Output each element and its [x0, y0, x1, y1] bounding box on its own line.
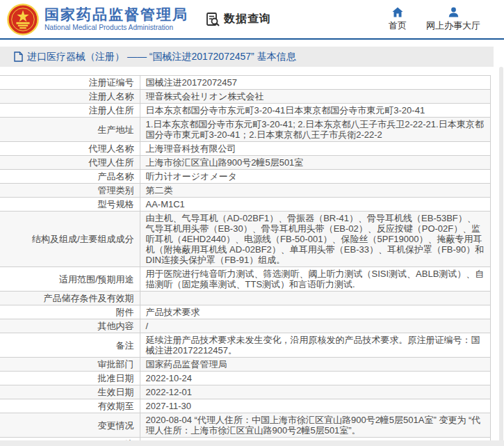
row-value: 第二类: [140, 184, 491, 198]
table-row: 管理类别 第二类: [0, 184, 491, 198]
page-bottom-band: [0, 440, 504, 446]
table-row: 生产地址 1.日本东京都国分寺市东元町3-20-41; 2.日本东京都八王子市兵…: [0, 118, 491, 142]
national-emblem-icon: [7, 3, 39, 35]
row-value: 延续注册产品技术要求未发生变化，沿用原核发的产品技术要求。原注册证编号：国械注进…: [140, 333, 491, 358]
row-label: 注册人名称: [0, 90, 140, 104]
table-row: 注册人住所 日本东京都国分寺市东元町3-20-41日本東京都国分寺市東元町3-2…: [0, 104, 491, 118]
table-row: 批准日期 2022-10-24: [0, 372, 491, 385]
row-value: 国家药品监督管理局: [140, 358, 491, 372]
data-query-button[interactable]: 数据查询: [205, 12, 271, 27]
org-names: 国家药品监督管理局 National Medical Products Admi…: [44, 6, 188, 32]
row-value: 产品技术要求: [140, 305, 491, 319]
row-value: 听力计オージオメータ: [140, 170, 491, 184]
row-label: 审批部门: [0, 358, 140, 372]
row-label: 结构及组成/主要组成成分: [0, 212, 140, 267]
data-query-label: 数据查询: [224, 12, 271, 26]
table-row: 注册人名称 理音株式会社リオン株式会社: [0, 90, 491, 104]
nav-service-hall-label: 网上办事大厅: [426, 19, 480, 32]
row-label: 批准日期: [0, 372, 140, 385]
table-row: 注册证编号 国械注进20172072457: [0, 76, 491, 90]
row-label: 备注: [0, 333, 140, 358]
row-label: 生效日期: [0, 385, 140, 399]
row-label: 其他内容: [0, 319, 140, 333]
table-row: 产品储存条件及有效期: [0, 292, 491, 305]
row-value: 上海理音科技有限公司: [140, 142, 491, 156]
row-value: 2022-10-24: [140, 372, 491, 385]
table-row: 生效日期 2022-12-01: [0, 385, 491, 399]
registration-info-table-wrap: 注册证编号 国械注进20172072457 注册人名称 理音株式会社リオン株式会…: [0, 75, 504, 446]
row-value: 日本东京都国分寺市东元町3-20-41日本東京都国分寺市東元町3-20-41: [140, 104, 491, 118]
row-value: 由主机、气导耳机（AD-02BF1）、骨振器（BR-41）、骨导耳机线（EB-5…: [140, 212, 491, 267]
site-header: 国家药品监督管理局 National Medical Products Admi…: [0, 0, 504, 40]
row-label: 代理人名称: [0, 142, 140, 156]
registration-info-table: 注册证编号 国械注进20172072457 注册人名称 理音株式会社リオン株式会…: [0, 75, 491, 446]
row-value: 1.日本东京都国分寺市东元町3-20-41; 2.日本东京都八王子市兵卫2-22…: [140, 118, 491, 142]
row-value: /: [140, 319, 491, 333]
table-row: 代理人名称 上海理音科技有限公司: [0, 142, 491, 156]
row-value: 2020-08-04 “代理人住所：中国上海市徐汇区宜山路900号2幢5层501…: [140, 413, 491, 438]
row-label: 附件: [0, 305, 140, 319]
row-label: 生产地址: [0, 118, 140, 142]
row-value: 用于医院进行纯音听力测试、筛选测听、阈上听力测试（SISI测试、ABLB测试）、…: [140, 267, 491, 292]
table-row: 备注 延续注册产品技术要求未发生变化，沿用原核发的产品技术要求。原注册证编号：国…: [0, 333, 491, 358]
breadcrumb-text: 进口医疗器械（注册） —— “国械注进20172072457” 基本信息: [27, 51, 296, 63]
table-row: 适用范围/预期用途 用于医院进行纯音听力测试、筛选测听、阈上听力测试（SISI测…: [0, 267, 491, 292]
document-icon: [14, 51, 23, 62]
row-label: 有效期至: [0, 399, 140, 413]
row-label: 型号规格: [0, 198, 140, 212]
row-value: 上海市徐汇区宜山路900号2幢5层501室: [140, 156, 491, 170]
row-value: 2027-11-30: [140, 399, 491, 413]
row-label: 注册人住所: [0, 104, 140, 118]
org-name-cn: 国家药品监督管理局: [44, 6, 188, 23]
table-row: 代理人住所 上海市徐汇区宜山路900号2幢5层501室: [0, 156, 491, 170]
row-value: 2022-12-01: [140, 385, 491, 399]
row-label: 代理人住所: [0, 156, 140, 170]
breadcrumb: 进口医疗器械（注册） —— “国械注进20172072457” 基本信息: [0, 47, 494, 67]
scrollbar[interactable]: [499, 67, 503, 446]
table-row: 审批部门 国家药品监督管理局: [0, 358, 491, 372]
data-query-icon: [205, 12, 220, 27]
nmpa-logo[interactable]: 国家药品监督管理局 National Medical Products Admi…: [7, 3, 188, 35]
table-row: 产品名称 听力计オージオメータ: [0, 170, 491, 184]
table-row: 结构及组成/主要组成成分 由主机、气导耳机（AD-02BF1）、骨振器（BR-4…: [0, 212, 491, 267]
row-label: 适用范围/预期用途: [0, 267, 140, 292]
home-icon: [392, 7, 403, 17]
table-row: 附件 产品技术要求: [0, 305, 491, 319]
row-label: 变更情况: [0, 413, 140, 438]
table-row: 型号规格 AA-M1C1: [0, 198, 491, 212]
table-row: 其他内容 /: [0, 319, 491, 333]
table-row: 变更情况 2020-08-04 “代理人住所：中国上海市徐汇区宜山路900号2幢…: [0, 413, 491, 438]
row-value: AA-M1C1: [140, 198, 491, 212]
nav-home[interactable]: 首页: [389, 7, 407, 32]
row-value: [140, 292, 491, 305]
row-label: 管理类别: [0, 184, 140, 198]
row-value: 理音株式会社リオン株式会社: [140, 90, 491, 104]
row-label: 注册证编号: [0, 76, 140, 90]
row-value: 国械注进20172072457: [140, 76, 491, 90]
org-name-en: National Medical Products Administration: [44, 23, 188, 32]
table-row: 有效期至 2027-11-30: [0, 399, 491, 413]
person-icon: [448, 7, 459, 17]
nav-service-hall[interactable]: 网上办事大厅: [426, 7, 480, 32]
row-label: 产品储存条件及有效期: [0, 292, 140, 305]
row-label: 产品名称: [0, 170, 140, 184]
header-nav: 首页 网上办事大厅: [389, 7, 480, 32]
nav-home-label: 首页: [389, 19, 407, 32]
